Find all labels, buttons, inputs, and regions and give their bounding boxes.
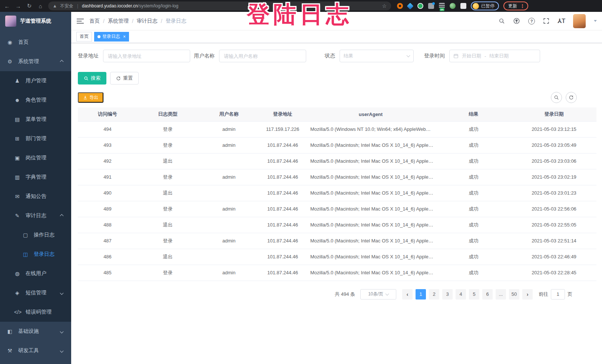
update-label: 更新 — [508, 3, 517, 9]
breadcrumb-item[interactable]: 系统管理 — [108, 18, 129, 24]
table-right-tools — [551, 92, 577, 103]
search-button[interactable]: 搜索 — [78, 72, 106, 85]
tools-icon: ⚒ — [7, 348, 13, 354]
table-cell: 登录 — [137, 201, 198, 217]
sidebar-item-home[interactable]: ◉首页 — [0, 33, 71, 52]
reset-button[interactable]: 重置 — [110, 72, 139, 85]
refresh-table-button[interactable] — [566, 92, 577, 103]
fullscreen-icon[interactable] — [543, 18, 549, 24]
next-page-button[interactable]: › — [522, 289, 533, 300]
sidebar-item-sms[interactable]: ◈短信管理 — [0, 283, 71, 302]
table-cell: 退出 — [137, 249, 198, 265]
prev-page-button[interactable]: ‹ — [402, 289, 413, 300]
home-icon[interactable]: ⌂ — [37, 3, 44, 9]
sidebar-item-post[interactable]: ▣岗位管理 — [0, 148, 71, 168]
sidebar-item-label: 岗位管理 — [26, 155, 46, 161]
extensions-puzzle-icon[interactable] — [460, 3, 466, 9]
tag-login-log[interactable]: 登录日志 × — [94, 32, 129, 42]
export-button[interactable]: 导出 — [78, 92, 103, 103]
sidebar-item-label: 部门管理 — [26, 135, 46, 142]
page-button[interactable]: 6 — [482, 289, 493, 300]
start-date-placeholder[interactable]: 开始日期 — [462, 53, 481, 59]
breadcrumb-item[interactable]: 审计日志 — [137, 18, 158, 24]
page-button[interactable]: 50 — [509, 289, 519, 300]
column-header: userAgent — [306, 107, 436, 121]
table-cell: Mozilla/5.0 (Macintosh; Intel Mac OS X 1… — [306, 153, 436, 169]
security-label[interactable]: 不安全 — [60, 3, 73, 9]
sidebar-logo-row[interactable]: 芋道管理系统 — [0, 12, 71, 30]
extension-green-icon[interactable] — [417, 3, 423, 9]
help-icon[interactable]: ? — [528, 18, 535, 24]
profile-avatar — [473, 3, 479, 9]
extension-grid-icon[interactable] — [428, 3, 434, 9]
kebab-menu-icon[interactable]: ⋮ — [520, 3, 525, 9]
user-avatar[interactable] — [573, 14, 586, 28]
username-input[interactable] — [219, 50, 306, 62]
sidebar-item-operate-log[interactable]: ▢操作日志 — [0, 225, 71, 245]
forward-icon[interactable]: → — [15, 3, 22, 9]
form-icon: ▢ — [22, 232, 29, 238]
extension-orange-icon[interactable] — [397, 3, 403, 9]
toggle-search-button[interactable] — [551, 92, 562, 103]
table-row: 489登录admin101.87.244.46Mozilla/5.0 (Maci… — [78, 201, 596, 217]
address-bar[interactable]: ▲ 不安全 | dashboard.yudao.iocoder.cn/syste… — [48, 1, 391, 10]
table-row: 485登录admin101.87.244.46Mozilla/5.0 (Maci… — [78, 265, 596, 281]
sidebar-item-label: 错误码管理 — [26, 309, 52, 315]
tag-home[interactable]: 首页 — [76, 32, 92, 42]
sidebar-item-system[interactable]: ⚙系统管理 — [0, 52, 71, 71]
sidebar-item-audit-log[interactable]: ✎审计日志 — [0, 206, 71, 225]
sidebar-item-label: 研发工具 — [18, 347, 39, 354]
extension-plant-icon[interactable] — [450, 3, 456, 9]
goto-page-input[interactable] — [551, 289, 565, 300]
browser-update-button[interactable]: 更新 ⋮ — [503, 1, 528, 10]
table-cell: Mozilla/5.0 (Macintosh; Intel Mac OS X 1… — [306, 169, 436, 185]
sidebar-item-devtools[interactable]: ⚒研发工具 — [0, 341, 71, 360]
reload-icon[interactable]: ↻ — [26, 3, 33, 9]
extension-blue-icon[interactable] — [407, 3, 413, 9]
avatar-caret-icon[interactable] — [594, 20, 597, 22]
bookmark-star-icon[interactable]: ☆ — [382, 3, 387, 9]
page-button[interactable]: 3 — [442, 289, 453, 300]
sidebar-item-dept[interactable]: ⊞部门管理 — [0, 129, 71, 148]
table-cell: 登录 — [137, 233, 198, 249]
sidebar-item-dict[interactable]: ▥字典管理 — [0, 168, 71, 187]
breadcrumb: 首页/系统管理/审计日志/登录日志 — [89, 18, 186, 24]
login-time-range-picker[interactable]: 开始日期 - 结束日期 — [449, 50, 540, 62]
breadcrumb-item[interactable]: 首页 — [89, 18, 100, 24]
tag-close-icon[interactable]: × — [123, 34, 126, 39]
sidebar-item-role[interactable]: ☻角色管理 — [0, 90, 71, 110]
github-icon[interactable] — [513, 17, 520, 24]
sidebar-item-error-code[interactable]: </>错误码管理 — [0, 302, 71, 322]
page-size-select[interactable]: 10条/页 — [360, 289, 396, 300]
end-date-placeholder[interactable]: 结束日期 — [489, 53, 509, 59]
sidebar: 芋道管理系统 ◉首页⚙系统管理♟用户管理☻角色管理▤菜单管理⊞部门管理▣岗位管理… — [0, 12, 71, 364]
sidebar-item-user[interactable]: ♟用户管理 — [0, 71, 71, 90]
refresh-icon — [116, 76, 121, 81]
header-search-icon[interactable] — [499, 18, 505, 24]
table-cell: 登录 — [137, 137, 198, 153]
page-content: 登录地址 用户名称 状态 结果 登录时间 开始日期 - 结束日期 — [71, 43, 602, 364]
column-header: 日志类型 — [137, 107, 198, 121]
table-cell: 退出 — [137, 217, 198, 233]
sidebar-item-login-log[interactable]: ◫登录日志 — [0, 245, 71, 264]
dict-icon: ▥ — [14, 174, 20, 180]
page-button[interactable]: 2 — [429, 289, 439, 300]
page-button[interactable]: 4 — [456, 289, 466, 300]
sidebar-item-menu[interactable]: ▤菜单管理 — [0, 110, 71, 129]
sidebar-item-online-user[interactable]: ◍在线用户 — [0, 264, 71, 283]
status-label: 状态 — [325, 53, 335, 59]
browser-profile-chip[interactable]: 已暂停 — [471, 1, 499, 10]
login-address-input[interactable] — [103, 50, 190, 62]
back-icon[interactable]: ← — [4, 3, 10, 9]
page-button[interactable]: 1 — [416, 289, 426, 300]
extension-on-badge: on — [440, 8, 444, 11]
table-row: 492退出101.87.244.46Mozilla/5.0 (Macintosh… — [78, 153, 596, 169]
font-size-icon[interactable]: ⅄T — [558, 17, 565, 24]
sidebar-item-infra[interactable]: ◧基础设施 — [0, 322, 71, 341]
active-dot-icon — [97, 35, 100, 38]
status-select[interactable]: 结果 — [340, 50, 414, 62]
extension-list-icon[interactable]: on — [439, 3, 445, 9]
page-button[interactable]: 5 — [469, 289, 479, 300]
sidebar-item-notice[interactable]: ✉通知公告 — [0, 187, 71, 206]
hamburger-icon[interactable] — [71, 18, 89, 24]
